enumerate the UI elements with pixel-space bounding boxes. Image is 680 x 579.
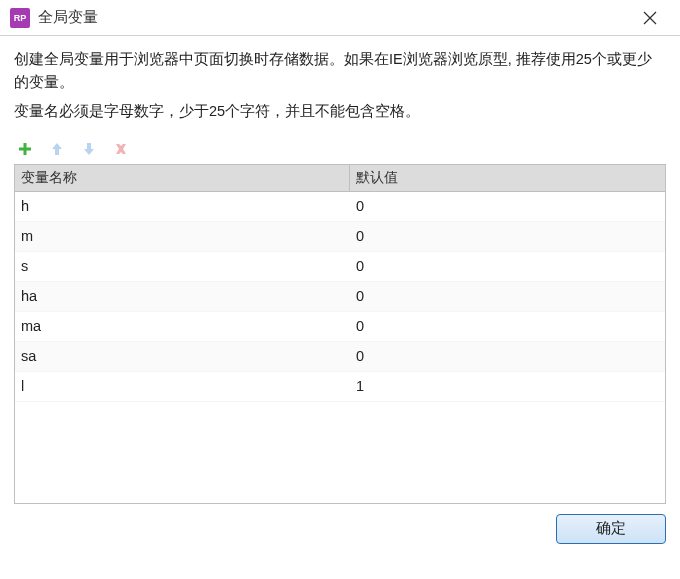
header-name: 变量名称 <box>15 165 350 191</box>
cell-variable-name: l <box>15 376 350 396</box>
close-button[interactable] <box>630 3 670 33</box>
table-row[interactable]: s0 <box>15 252 665 282</box>
table-row[interactable]: ha0 <box>15 282 665 312</box>
cell-variable-name: s <box>15 256 350 276</box>
table-row[interactable]: h0 <box>15 192 665 222</box>
table-row[interactable]: l1 <box>15 372 665 402</box>
cell-variable-name: m <box>15 226 350 246</box>
cell-default-value: 0 <box>350 256 665 276</box>
description-line2: 变量名必须是字母数字，少于25个字符，并且不能包含空格。 <box>14 100 666 123</box>
table-row[interactable]: ma0 <box>15 312 665 342</box>
delete-icon <box>114 142 128 156</box>
variables-table: 变量名称 默认值 h0m0s0ha0ma0sa0l1 <box>14 164 666 504</box>
table-row[interactable]: m0 <box>15 222 665 252</box>
cell-default-value: 0 <box>350 346 665 366</box>
description-line1: 创建全局变量用于浏览器中页面切换时存储数据。如果在IE浏览器浏览原型, 推荐使用… <box>14 48 666 94</box>
table-header: 变量名称 默认值 <box>15 165 665 192</box>
cell-default-value: 0 <box>350 316 665 336</box>
cell-variable-name: ha <box>15 286 350 306</box>
header-default: 默认值 <box>350 165 665 191</box>
toolbar <box>14 130 666 164</box>
add-icon <box>18 142 32 156</box>
window-title: 全局变量 <box>38 8 630 27</box>
move-up-button[interactable] <box>48 140 66 158</box>
content-area: 创建全局变量用于浏览器中页面切换时存储数据。如果在IE浏览器浏览原型, 推荐使用… <box>0 36 680 504</box>
cell-default-value: 0 <box>350 196 665 216</box>
arrow-down-icon <box>82 142 96 156</box>
cell-default-value: 1 <box>350 376 665 396</box>
table-row[interactable]: sa0 <box>15 342 665 372</box>
footer: 确定 <box>0 504 680 554</box>
ok-button[interactable]: 确定 <box>556 514 666 544</box>
cell-variable-name: ma <box>15 316 350 336</box>
arrow-up-icon <box>50 142 64 156</box>
app-icon-text: RP <box>14 13 27 23</box>
svg-rect-3 <box>19 147 31 150</box>
app-icon: RP <box>10 8 30 28</box>
ok-button-label: 确定 <box>596 519 626 538</box>
cell-variable-name: sa <box>15 346 350 366</box>
table-body: h0m0s0ha0ma0sa0l1 <box>15 192 665 402</box>
cell-variable-name: h <box>15 196 350 216</box>
delete-button[interactable] <box>112 140 130 158</box>
titlebar: RP 全局变量 <box>0 0 680 36</box>
move-down-button[interactable] <box>80 140 98 158</box>
close-icon <box>643 11 657 25</box>
cell-default-value: 0 <box>350 226 665 246</box>
add-button[interactable] <box>16 140 34 158</box>
cell-default-value: 0 <box>350 286 665 306</box>
